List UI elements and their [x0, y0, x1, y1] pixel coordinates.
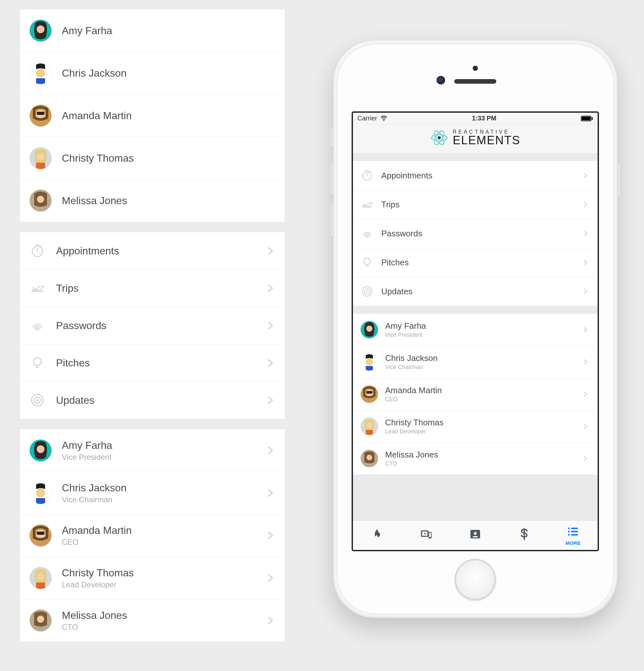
- svg-point-36: [568, 531, 570, 532]
- avatar: [30, 190, 51, 212]
- category-label: Pitches: [381, 257, 408, 268]
- chevron-right-icon: [581, 391, 590, 397]
- svg-rect-23: [592, 117, 593, 120]
- carrier-label: Carrier: [357, 115, 377, 122]
- list-item-appointments[interactable]: Appointments: [353, 161, 598, 190]
- list-item-trips[interactable]: Trips: [20, 269, 285, 307]
- phone-mockup: Carrier 1:33 PM: [333, 40, 618, 618]
- avatar: [361, 353, 378, 371]
- list-item-updates[interactable]: Updates: [20, 381, 285, 419]
- svg-rect-32: [429, 533, 431, 537]
- contact-title: Vice Chairman: [385, 364, 438, 371]
- list-item[interactable]: Chris Jackson Vice Chairman: [20, 472, 285, 514]
- chevron-right-icon: [581, 288, 590, 295]
- contact-icon: [469, 528, 482, 542]
- contact-title: Lead Developer: [385, 428, 444, 435]
- avatar: [30, 105, 51, 127]
- list-item[interactable]: Chris Jackson Vice Chairman: [353, 346, 598, 378]
- timer-icon: [30, 243, 45, 258]
- contact-name: Melissa Jones: [62, 195, 127, 207]
- category-label: Updates: [56, 394, 94, 406]
- chevron-right-icon: [266, 321, 275, 330]
- volume-down-btn: [330, 205, 333, 237]
- tab-bar: ★ MORE: [353, 520, 598, 550]
- mute-switch: [330, 128, 333, 148]
- tab-contact[interactable]: [451, 521, 500, 550]
- contact-title: Vice President: [62, 453, 112, 462]
- list-item[interactable]: Amy Farha Vice President: [353, 314, 598, 346]
- list-item[interactable]: Melissa Jones CTO: [20, 599, 285, 642]
- front-camera: [437, 76, 445, 84]
- chevron-right-icon: [581, 201, 590, 208]
- chevron-right-icon: [266, 531, 275, 540]
- list-item-pitches[interactable]: Pitches: [20, 344, 285, 381]
- contact-name: Chris Jackson: [62, 482, 127, 494]
- avatar: [30, 524, 51, 546]
- contact-name: Amanda Martin: [62, 110, 132, 122]
- categories-list: Appointments Trips Passwords Pitches Upd…: [20, 232, 285, 419]
- home-button[interactable]: [455, 559, 496, 600]
- category-label: Updates: [381, 287, 413, 296]
- list-item-passwords[interactable]: Passwords: [20, 307, 285, 344]
- list-item-passwords[interactable]: Passwords: [353, 219, 598, 248]
- avatar: [361, 418, 378, 435]
- contact-title: Lead Developer: [62, 580, 134, 589]
- avatar: [361, 385, 378, 403]
- bulb-icon: [30, 355, 45, 371]
- avatar: [30, 440, 51, 461]
- plane-icon: [361, 198, 374, 211]
- devices-icon: ★: [420, 528, 433, 542]
- tab-more[interactable]: MORE: [549, 521, 598, 550]
- contact-name: Christy Thomas: [62, 567, 134, 579]
- list-item[interactable]: Melissa Jones CTO: [353, 442, 598, 474]
- svg-point-37: [568, 534, 570, 535]
- dollar-icon: [518, 528, 531, 542]
- list-item-appointments[interactable]: Appointments: [20, 232, 285, 269]
- list-item[interactable]: Amanda Martin CEO: [353, 378, 598, 410]
- chevron-right-icon: [266, 358, 275, 367]
- list-item[interactable]: Melissa Jones: [20, 179, 285, 222]
- chevron-right-icon: [581, 359, 590, 365]
- svg-rect-39: [571, 531, 578, 532]
- bulb-icon: [361, 256, 374, 269]
- contact-name: Melissa Jones: [62, 609, 127, 621]
- volume-up-btn: [330, 163, 333, 195]
- phone-categories-list: Appointments Trips Passwords: [353, 161, 598, 306]
- list-item[interactable]: Amanda Martin: [20, 94, 285, 137]
- chevron-right-icon: [266, 246, 275, 255]
- fingerprint-icon: [361, 227, 374, 240]
- list-item[interactable]: Chris Jackson: [20, 52, 285, 94]
- list-item-pitches[interactable]: Pitches: [353, 248, 598, 277]
- chevron-right-icon: [581, 172, 590, 179]
- avatar: [30, 609, 51, 631]
- list-item[interactable]: Christy Thomas Lead Developer: [353, 410, 598, 442]
- chevron-right-icon: [266, 489, 275, 497]
- list-item[interactable]: Amy Farha: [20, 9, 285, 52]
- chevron-right-icon: [581, 455, 590, 462]
- avatar: [30, 147, 51, 169]
- list-item[interactable]: Amanda Martin CEO: [20, 514, 285, 557]
- svg-point-35: [568, 528, 570, 529]
- list-item-trips[interactable]: Trips: [353, 190, 598, 219]
- avatar: [30, 62, 51, 84]
- list-item[interactable]: Christy Thomas: [20, 137, 285, 179]
- contacts-simple-list: Amy Farha Chris Jackson Amanda Martin Ch…: [20, 9, 285, 222]
- tab-devices[interactable]: ★: [402, 521, 451, 550]
- phone-contacts-list: Amy Farha Vice President Chris Jackson V…: [353, 313, 598, 475]
- list-item-updates[interactable]: Updates: [353, 277, 598, 306]
- contact-name: Christy Thomas: [385, 418, 444, 428]
- contact-name: Amy Farha: [62, 440, 112, 452]
- app-header: REACTNATIVE ELEMENTS: [353, 124, 598, 154]
- plane-icon: [30, 280, 45, 296]
- proximity-sensor: [473, 66, 478, 71]
- list-item[interactable]: Amy Farha Vice President: [20, 429, 285, 472]
- category-label: Trips: [381, 200, 400, 210]
- chevron-right-icon: [266, 446, 275, 455]
- category-label: Passwords: [381, 229, 422, 239]
- list-item[interactable]: Christy Thomas Lead Developer: [20, 557, 285, 599]
- tab-whatshot[interactable]: [353, 521, 402, 550]
- tab-pricing[interactable]: [500, 521, 549, 550]
- target-icon: [361, 285, 374, 298]
- earpiece-speaker: [454, 79, 496, 84]
- fingerprint-icon: [30, 318, 45, 333]
